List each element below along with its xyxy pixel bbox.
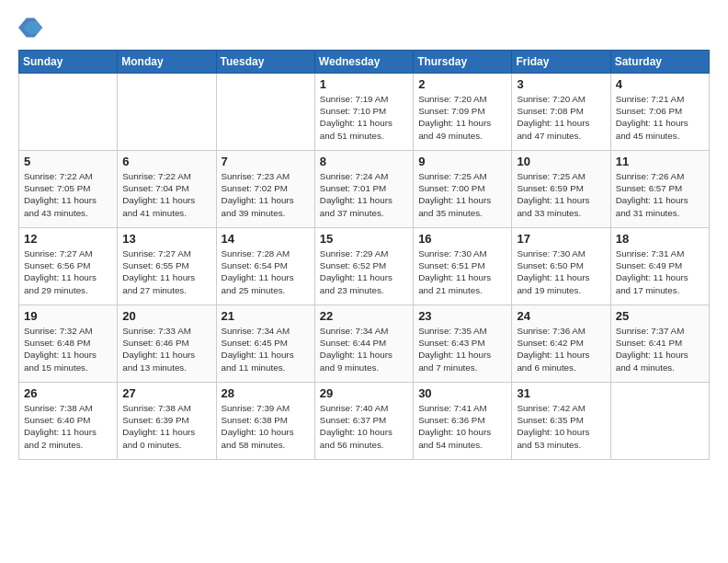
day-number: 7 — [222, 155, 310, 168]
day-number: 2 — [418, 77, 506, 91]
cell-content: Sunrise: 7:41 AM Sunset: 6:36 PM Dayligh… — [418, 402, 506, 451]
calendar-cell: 23Sunrise: 7:35 AM Sunset: 6:43 PM Dayli… — [414, 305, 512, 383]
calendar-cell: 11Sunrise: 7:26 AM Sunset: 6:57 PM Dayli… — [610, 151, 709, 228]
day-number: 3 — [517, 77, 605, 91]
day-of-week-header: Monday — [118, 51, 216, 74]
calendar-cell: 8Sunrise: 7:24 AM Sunset: 7:01 PM Daylig… — [314, 151, 413, 228]
cell-content: Sunrise: 7:19 AM Sunset: 7:10 PM Dayligh… — [320, 93, 408, 142]
calendar-cell: 13Sunrise: 7:27 AM Sunset: 6:55 PM Dayli… — [118, 228, 216, 305]
day-number: 9 — [418, 155, 506, 168]
calendar-cell: 17Sunrise: 7:30 AM Sunset: 6:50 PM Dayli… — [512, 228, 610, 305]
calendar-cell — [610, 383, 709, 460]
calendar-cell: 10Sunrise: 7:25 AM Sunset: 6:59 PM Dayli… — [512, 151, 610, 228]
day-number: 27 — [122, 386, 210, 400]
day-number: 1 — [320, 77, 408, 91]
day-number: 22 — [320, 309, 408, 323]
calendar-cell: 14Sunrise: 7:28 AM Sunset: 6:54 PM Dayli… — [216, 228, 314, 305]
day-number: 10 — [517, 155, 605, 168]
day-of-week-header: Wednesday — [314, 51, 413, 74]
day-of-week-header: Sunday — [19, 51, 118, 74]
cell-content: Sunrise: 7:28 AM Sunset: 6:54 PM Dayligh… — [222, 247, 310, 296]
cell-content: Sunrise: 7:27 AM Sunset: 6:56 PM Dayligh… — [24, 247, 112, 296]
cell-content: Sunrise: 7:20 AM Sunset: 7:08 PM Dayligh… — [517, 93, 605, 142]
calendar-week-row: 19Sunrise: 7:32 AM Sunset: 6:48 PM Dayli… — [19, 305, 710, 383]
day-number: 26 — [24, 386, 112, 400]
calendar-cell — [216, 74, 314, 151]
calendar-cell: 6Sunrise: 7:22 AM Sunset: 7:04 PM Daylig… — [118, 151, 216, 228]
calendar-cell: 26Sunrise: 7:38 AM Sunset: 6:40 PM Dayli… — [19, 383, 118, 460]
calendar-header-row: SundayMondayTuesdayWednesdayThursdayFrid… — [19, 51, 710, 74]
day-number: 19 — [24, 309, 112, 323]
cell-content: Sunrise: 7:25 AM Sunset: 6:59 PM Dayligh… — [517, 170, 605, 219]
day-of-week-header: Friday — [512, 51, 610, 74]
calendar-cell: 28Sunrise: 7:39 AM Sunset: 6:38 PM Dayli… — [216, 383, 314, 460]
calendar-cell: 5Sunrise: 7:22 AM Sunset: 7:05 PM Daylig… — [19, 151, 118, 228]
calendar-cell: 7Sunrise: 7:23 AM Sunset: 7:02 PM Daylig… — [216, 151, 314, 228]
calendar-week-row: 26Sunrise: 7:38 AM Sunset: 6:40 PM Dayli… — [19, 383, 710, 460]
day-number: 17 — [517, 232, 605, 246]
cell-content: Sunrise: 7:35 AM Sunset: 6:43 PM Dayligh… — [418, 325, 506, 373]
day-number: 24 — [517, 309, 605, 323]
calendar-cell: 12Sunrise: 7:27 AM Sunset: 6:56 PM Dayli… — [19, 228, 118, 305]
cell-content: Sunrise: 7:25 AM Sunset: 7:00 PM Dayligh… — [418, 170, 506, 219]
day-number: 25 — [616, 309, 704, 323]
calendar-cell: 2Sunrise: 7:20 AM Sunset: 7:09 PM Daylig… — [414, 74, 512, 151]
calendar-cell: 27Sunrise: 7:38 AM Sunset: 6:39 PM Dayli… — [118, 383, 216, 460]
day-number: 31 — [517, 386, 605, 400]
day-number: 13 — [122, 232, 210, 246]
cell-content: Sunrise: 7:20 AM Sunset: 7:09 PM Dayligh… — [418, 93, 506, 142]
cell-content: Sunrise: 7:34 AM Sunset: 6:45 PM Dayligh… — [222, 325, 310, 373]
calendar-cell: 16Sunrise: 7:30 AM Sunset: 6:51 PM Dayli… — [414, 228, 512, 305]
calendar-cell: 29Sunrise: 7:40 AM Sunset: 6:37 PM Dayli… — [314, 383, 413, 460]
day-number: 21 — [222, 309, 310, 323]
calendar-cell: 19Sunrise: 7:32 AM Sunset: 6:48 PM Dayli… — [19, 305, 118, 383]
logo-icon — [18, 15, 44, 40]
logo — [18, 15, 48, 40]
calendar-cell: 1Sunrise: 7:19 AM Sunset: 7:10 PM Daylig… — [314, 74, 413, 151]
day-of-week-header: Tuesday — [216, 51, 314, 74]
cell-content: Sunrise: 7:38 AM Sunset: 6:39 PM Dayligh… — [122, 402, 210, 451]
day-number: 8 — [320, 155, 408, 168]
calendar-week-row: 1Sunrise: 7:19 AM Sunset: 7:10 PM Daylig… — [19, 74, 710, 151]
cell-content: Sunrise: 7:42 AM Sunset: 6:35 PM Dayligh… — [517, 402, 605, 451]
cell-content: Sunrise: 7:24 AM Sunset: 7:01 PM Dayligh… — [320, 170, 408, 219]
day-number: 4 — [616, 77, 704, 91]
cell-content: Sunrise: 7:30 AM Sunset: 6:51 PM Dayligh… — [418, 247, 506, 296]
calendar-cell: 15Sunrise: 7:29 AM Sunset: 6:52 PM Dayli… — [314, 228, 413, 305]
day-number: 12 — [24, 232, 112, 246]
day-number: 6 — [122, 155, 210, 168]
calendar-cell: 21Sunrise: 7:34 AM Sunset: 6:45 PM Dayli… — [216, 305, 314, 383]
cell-content: Sunrise: 7:38 AM Sunset: 6:40 PM Dayligh… — [24, 402, 112, 451]
day-number: 30 — [418, 386, 506, 400]
calendar-cell: 9Sunrise: 7:25 AM Sunset: 7:00 PM Daylig… — [414, 151, 512, 228]
cell-content: Sunrise: 7:26 AM Sunset: 6:57 PM Dayligh… — [616, 170, 704, 219]
cell-content: Sunrise: 7:30 AM Sunset: 6:50 PM Dayligh… — [517, 247, 605, 296]
cell-content: Sunrise: 7:22 AM Sunset: 7:05 PM Dayligh… — [24, 170, 112, 219]
cell-content: Sunrise: 7:29 AM Sunset: 6:52 PM Dayligh… — [320, 247, 408, 296]
cell-content: Sunrise: 7:22 AM Sunset: 7:04 PM Dayligh… — [122, 170, 210, 219]
cell-content: Sunrise: 7:31 AM Sunset: 6:49 PM Dayligh… — [616, 247, 704, 296]
day-of-week-header: Saturday — [610, 51, 709, 74]
calendar-cell: 22Sunrise: 7:34 AM Sunset: 6:44 PM Dayli… — [314, 305, 413, 383]
cell-content: Sunrise: 7:33 AM Sunset: 6:46 PM Dayligh… — [122, 325, 210, 373]
day-number: 20 — [122, 309, 210, 323]
cell-content: Sunrise: 7:23 AM Sunset: 7:02 PM Dayligh… — [222, 170, 310, 219]
day-number: 28 — [222, 386, 310, 400]
cell-content: Sunrise: 7:36 AM Sunset: 6:42 PM Dayligh… — [517, 325, 605, 373]
calendar-table: SundayMondayTuesdayWednesdayThursdayFrid… — [18, 50, 710, 460]
day-number: 29 — [320, 386, 408, 400]
calendar-week-row: 12Sunrise: 7:27 AM Sunset: 6:56 PM Dayli… — [19, 228, 710, 305]
day-of-week-header: Thursday — [414, 51, 512, 74]
calendar-cell: 24Sunrise: 7:36 AM Sunset: 6:42 PM Dayli… — [512, 305, 610, 383]
calendar-week-row: 5Sunrise: 7:22 AM Sunset: 7:05 PM Daylig… — [19, 151, 710, 228]
day-number: 15 — [320, 232, 408, 246]
calendar-cell: 4Sunrise: 7:21 AM Sunset: 7:06 PM Daylig… — [610, 74, 709, 151]
cell-content: Sunrise: 7:32 AM Sunset: 6:48 PM Dayligh… — [24, 325, 112, 373]
cell-content: Sunrise: 7:39 AM Sunset: 6:38 PM Dayligh… — [222, 402, 310, 451]
day-number: 14 — [222, 232, 310, 246]
day-number: 16 — [418, 232, 506, 246]
calendar-cell — [19, 74, 118, 151]
day-number: 18 — [616, 232, 704, 246]
day-number: 5 — [24, 155, 112, 168]
cell-content: Sunrise: 7:34 AM Sunset: 6:44 PM Dayligh… — [320, 325, 408, 373]
